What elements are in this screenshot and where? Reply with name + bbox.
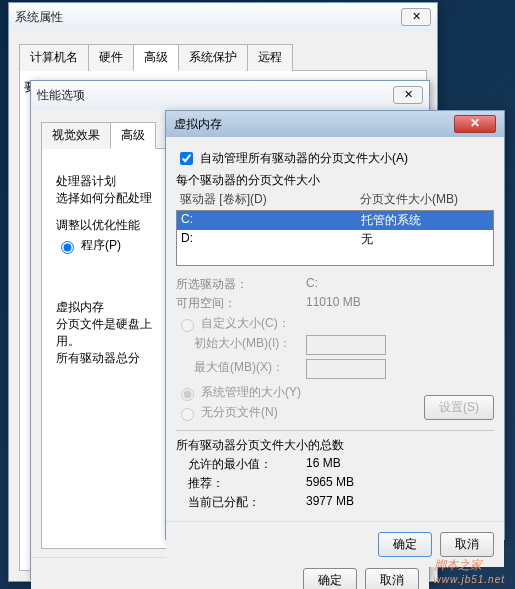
close-icon[interactable]: ✕ — [393, 86, 423, 104]
initial-size-label: 初始大小(MB)(I)： — [176, 335, 306, 355]
tab-computer-name[interactable]: 计算机名 — [19, 44, 89, 71]
set-button: 设置(S) — [424, 395, 494, 420]
max-size-label: 最大值(MB)(X)： — [176, 359, 306, 379]
radio-programs-input[interactable] — [61, 241, 74, 254]
cancel-button[interactable]: 取消 — [440, 532, 494, 557]
free-space-value: 11010 MB — [306, 295, 361, 312]
min-label: 允许的最小值： — [176, 456, 306, 473]
perf-titlebar[interactable]: 性能选项 ✕ — [31, 81, 429, 109]
list-item[interactable]: C: 托管的系统 — [177, 211, 493, 230]
tab-visual-effects[interactable]: 视觉效果 — [41, 122, 111, 149]
totals-title: 所有驱动器分页文件大小的总数 — [176, 437, 494, 454]
hdr-size: 分页文件大小(MB) — [360, 191, 490, 208]
radio-no-paging: 无分页文件(N) — [176, 404, 424, 421]
ok-button[interactable]: 确定 — [378, 532, 432, 557]
cur-label: 当前已分配： — [176, 494, 306, 511]
sel-drive-value: C: — [306, 276, 318, 293]
cancel-button[interactable]: 取消 — [365, 568, 419, 589]
sel-drive-label: 所选驱动器： — [176, 276, 306, 293]
rec-value: 5965 MB — [306, 475, 354, 492]
virtual-memory-dialog: 虚拟内存 ✕ 自动管理所有驱动器的分页文件大小(A) 每个驱动器的分页文件大小 … — [165, 110, 505, 540]
sysprop-tabs: 计算机名 硬件 高级 系统保护 远程 — [19, 43, 427, 71]
sysprop-titlebar[interactable]: 系统属性 ✕ — [9, 3, 437, 31]
radio-custom-size: 自定义大小(C)： — [176, 315, 494, 332]
watermark: 脚本之家 www.jb51.net — [434, 555, 505, 585]
tab-remote[interactable]: 远程 — [247, 44, 293, 71]
auto-manage-input[interactable] — [180, 152, 193, 165]
ok-button[interactable]: 确定 — [303, 568, 357, 589]
min-value: 16 MB — [306, 456, 341, 473]
tab-protection[interactable]: 系统保护 — [178, 44, 248, 71]
radio-system-managed: 系统管理的大小(Y) — [176, 384, 424, 401]
tab-hardware[interactable]: 硬件 — [88, 44, 134, 71]
drive-list[interactable]: C: 托管的系统 D: 无 — [176, 210, 494, 266]
initial-size-input — [306, 335, 386, 355]
rec-label: 推荐： — [176, 475, 306, 492]
vm-title: 虚拟内存 — [174, 111, 222, 137]
list-header: 驱动器 [卷标](D) 分页文件大小(MB) — [176, 189, 494, 210]
vm-titlebar[interactable]: 虚拟内存 ✕ — [166, 111, 504, 137]
max-size-input — [306, 359, 386, 379]
tab-advanced[interactable]: 高级 — [133, 44, 179, 71]
cur-value: 3977 MB — [306, 494, 354, 511]
tab-perf-advanced[interactable]: 高级 — [110, 122, 156, 149]
close-icon[interactable]: ✕ — [401, 8, 431, 26]
free-space-label: 可用空间： — [176, 295, 306, 312]
perf-title: 性能选项 — [37, 81, 85, 109]
list-title: 每个驱动器的分页文件大小 — [176, 172, 494, 189]
sysprop-title: 系统属性 — [15, 3, 63, 31]
hdr-drive: 驱动器 [卷标](D) — [180, 191, 360, 208]
auto-manage-checkbox[interactable]: 自动管理所有驱动器的分页文件大小(A) — [176, 149, 494, 168]
list-item[interactable]: D: 无 — [177, 230, 493, 249]
close-icon[interactable]: ✕ — [454, 115, 496, 133]
